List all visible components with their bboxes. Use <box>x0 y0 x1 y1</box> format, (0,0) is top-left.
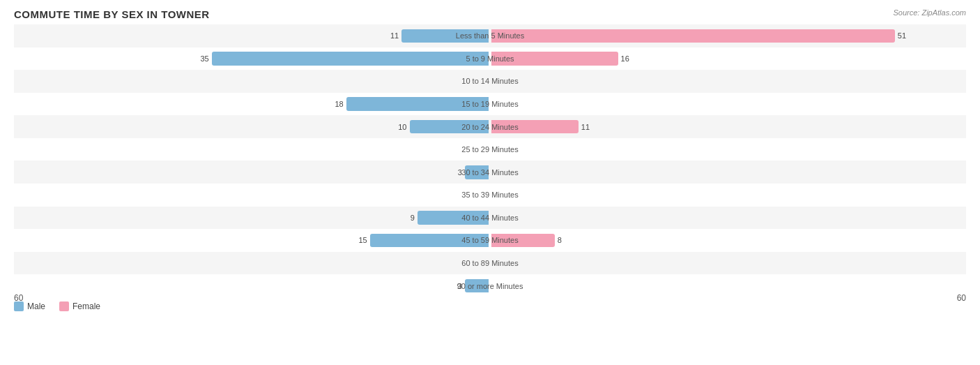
legend-male-label: Male <box>27 301 45 311</box>
axis-label-right: 60 <box>957 293 966 303</box>
male-bar <box>401 29 489 43</box>
bar-row: 3 30 to 34 Minutes <box>14 161 966 184</box>
male-value: 15 <box>353 236 367 244</box>
chart-title: COMMUTE TIME BY SEX IN TOWNER <box>14 8 966 20</box>
female-value: 16 <box>621 54 635 63</box>
male-value: 3 <box>448 168 462 177</box>
right-section: 16 <box>490 47 966 70</box>
right-section: 8 <box>490 229 966 252</box>
source-label: Source: ZipAtlas.com <box>893 8 966 17</box>
legend: Male Female <box>14 301 100 311</box>
bar-row: 3 90 or more Minutes <box>14 274 966 297</box>
male-bar <box>370 234 489 248</box>
bar-row: 11 Less than 5 Minutes 51 <box>14 24 966 47</box>
left-section <box>14 138 490 161</box>
bar-row: 10 20 to 24 Minutes 11 <box>14 115 966 138</box>
right-section: 11 <box>490 115 966 138</box>
male-bar <box>465 279 489 293</box>
male-value: 11 <box>385 31 399 40</box>
right-section: 51 <box>490 24 966 47</box>
male-value: 35 <box>195 54 209 63</box>
male-color-box <box>14 301 24 311</box>
bar-row: 25 to 29 Minutes <box>14 138 966 161</box>
female-bar <box>491 52 618 66</box>
right-section <box>490 138 966 161</box>
right-section <box>490 70 966 93</box>
axis-label-left: 60 <box>14 293 23 303</box>
female-value: 11 <box>581 123 595 131</box>
bar-row: 35 to 39 Minutes <box>14 184 966 207</box>
right-section <box>490 274 966 297</box>
female-value: 51 <box>898 31 912 40</box>
right-section <box>490 184 966 207</box>
chart-container: COMMUTE TIME BY SEX IN TOWNER Source: Zi… <box>0 0 980 365</box>
left-section <box>14 252 490 275</box>
male-bar <box>346 97 489 111</box>
legend-female: Female <box>59 301 100 311</box>
bar-row: 9 40 to 44 Minutes <box>14 207 966 230</box>
male-bar <box>418 211 489 225</box>
left-section: 18 <box>14 93 490 116</box>
bottom-row: 60 Male Female 60 <box>14 299 966 311</box>
left-section: 35 <box>14 47 490 70</box>
bar-row: 10 to 14 Minutes <box>14 70 966 93</box>
chart-area: 11 Less than 5 Minutes 51 35 5 to 9 Minu… <box>14 24 966 318</box>
right-section <box>490 252 966 275</box>
left-section: 3 <box>14 161 490 184</box>
male-bar <box>410 120 489 134</box>
right-section <box>490 207 966 230</box>
female-bar <box>491 234 555 248</box>
left-section <box>14 70 490 93</box>
left-section: 9 <box>14 207 490 230</box>
female-bar <box>491 120 579 134</box>
female-value: 8 <box>558 236 572 244</box>
male-value: 3 <box>448 282 462 290</box>
right-section <box>490 161 966 184</box>
male-value: 10 <box>393 123 407 131</box>
male-bar <box>212 52 489 66</box>
left-section: 10 <box>14 115 490 138</box>
male-bar <box>465 165 489 179</box>
left-section: 15 <box>14 229 490 252</box>
bar-row: 15 45 to 59 Minutes 8 <box>14 229 966 252</box>
right-section <box>490 93 966 116</box>
female-color-box <box>59 301 69 311</box>
female-bar <box>491 29 895 43</box>
legend-female-label: Female <box>72 301 100 311</box>
male-value: 18 <box>330 100 344 108</box>
left-section <box>14 184 490 207</box>
male-value: 9 <box>401 214 415 222</box>
bar-row: 18 15 to 19 Minutes <box>14 93 966 116</box>
bar-row: 60 to 89 Minutes <box>14 252 966 275</box>
left-section: 11 <box>14 24 490 47</box>
bar-row: 35 5 to 9 Minutes 16 <box>14 47 966 70</box>
left-section: 3 <box>14 274 490 297</box>
rows-wrapper: 11 Less than 5 Minutes 51 35 5 to 9 Minu… <box>14 24 966 297</box>
legend-male: Male <box>14 301 45 311</box>
